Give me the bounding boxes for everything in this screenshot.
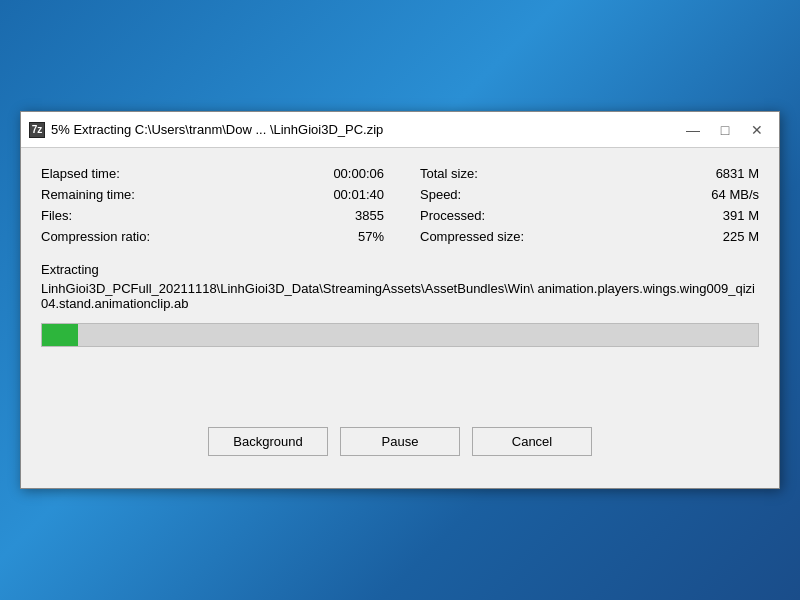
app-icon: 7z	[29, 122, 45, 138]
stats-right: Total size: 6831 M Speed: 64 MB/s Proces…	[400, 164, 759, 246]
processed-value: 391 M	[524, 206, 759, 225]
file-path: LinhGioi3D_PCFull_20211118\LinhGioi3D_Da…	[41, 281, 759, 311]
maximize-button[interactable]: □	[711, 119, 739, 141]
cancel-button[interactable]: Cancel	[472, 427, 592, 456]
minimize-button[interactable]: —	[679, 119, 707, 141]
window-controls: — □ ✕	[679, 119, 771, 141]
close-button[interactable]: ✕	[743, 119, 771, 141]
processed-label: Processed:	[400, 206, 524, 225]
compression-ratio-label: Compression ratio:	[41, 227, 150, 246]
progress-container	[41, 323, 759, 347]
title-bar: 7z 5% Extracting C:\Users\tranm\Dow ... …	[21, 112, 779, 148]
stats-grid: Elapsed time: 00:00:06 Remaining time: 0…	[41, 164, 759, 246]
window-title: 5% Extracting C:\Users\tranm\Dow ... \Li…	[51, 122, 679, 137]
pause-button[interactable]: Pause	[340, 427, 460, 456]
total-size-label: Total size:	[400, 164, 524, 183]
speed-label: Speed:	[400, 185, 524, 204]
compression-ratio-value: 57%	[150, 227, 400, 246]
elapsed-time-value: 00:00:06	[150, 164, 400, 183]
button-row: Background Pause Cancel	[41, 427, 759, 472]
compressed-size-value: 225 M	[524, 227, 759, 246]
speed-value: 64 MB/s	[524, 185, 759, 204]
files-label: Files:	[41, 206, 150, 225]
progress-bar	[42, 324, 78, 346]
window-content: Elapsed time: 00:00:06 Remaining time: 0…	[21, 148, 779, 488]
elapsed-time-label: Elapsed time:	[41, 164, 150, 183]
stats-left: Elapsed time: 00:00:06 Remaining time: 0…	[41, 164, 400, 246]
background-button[interactable]: Background	[208, 427, 328, 456]
total-size-value: 6831 M	[524, 164, 759, 183]
files-value: 3855	[150, 206, 400, 225]
extracting-label: Extracting	[41, 262, 759, 277]
main-window: 7z 5% Extracting C:\Users\tranm\Dow ... …	[20, 111, 780, 489]
remaining-time-label: Remaining time:	[41, 185, 150, 204]
compressed-size-label: Compressed size:	[400, 227, 524, 246]
remaining-time-value: 00:01:40	[150, 185, 400, 204]
